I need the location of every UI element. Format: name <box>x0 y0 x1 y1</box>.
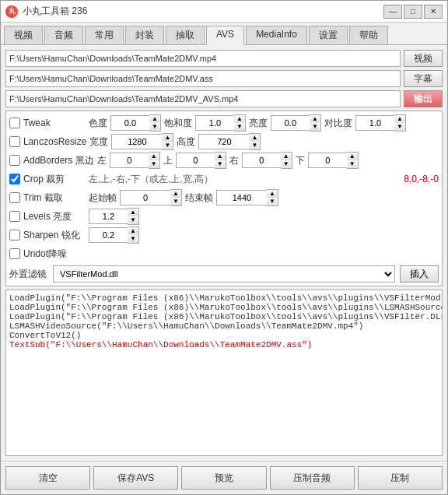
tweak-checkbox[interactable] <box>9 118 20 128</box>
start-frame-input[interactable] <box>120 190 170 205</box>
end-frame-label: 结束帧 <box>185 191 213 205</box>
crop-checkbox[interactable] <box>9 174 20 184</box>
window-title: 小丸工具箱 236 <box>23 5 87 18</box>
hue-up[interactable]: ▲ <box>149 115 160 123</box>
output-path-input[interactable] <box>5 90 401 107</box>
close-button[interactable]: ✕ <box>424 5 443 19</box>
height-label: 高度 <box>177 135 195 149</box>
right-down[interactable]: ▼ <box>281 160 292 168</box>
top-spinner: ▲ ▼ <box>176 152 226 169</box>
tab-common[interactable]: 常用 <box>85 26 124 44</box>
end-up[interactable]: ▲ <box>267 190 278 198</box>
addborders-checkbox[interactable] <box>9 155 20 166</box>
right-up[interactable]: ▲ <box>281 153 292 160</box>
contrast-up[interactable]: ▲ <box>394 115 405 123</box>
sharpen-arrows: ▲ ▼ <box>128 226 139 244</box>
minimize-button[interactable]: — <box>383 5 402 19</box>
contrast-down[interactable]: ▼ <box>394 123 405 131</box>
sharpen-checkbox[interactable] <box>9 230 20 240</box>
tab-mux[interactable]: 封装 <box>125 26 164 44</box>
end-frame-spinner: ▲ ▼ <box>216 189 278 206</box>
start-down[interactable]: ▼ <box>170 198 181 205</box>
tab-audio[interactable]: 音频 <box>44 26 83 44</box>
levels-checkbox[interactable] <box>9 211 20 222</box>
subtitle-path-input[interactable] <box>5 70 401 87</box>
sat-spinner: ▲ ▼ <box>195 114 246 132</box>
height-input[interactable] <box>198 134 249 149</box>
subtitle-file-button[interactable]: 字幕 <box>404 70 443 87</box>
output-file-row: 输出 <box>5 90 443 107</box>
bottom-down[interactable]: ▼ <box>347 160 358 168</box>
bright-input[interactable] <box>271 115 310 131</box>
hue-input[interactable] <box>110 115 149 131</box>
tab-extract[interactable]: 抽取 <box>166 26 205 44</box>
levels-up[interactable]: ▲ <box>128 209 138 216</box>
app-icon: 丸 <box>5 5 18 18</box>
plugin-select[interactable]: VSFilterMod.dll <box>53 265 395 283</box>
top-label: 上 <box>163 154 173 167</box>
tab-avs[interactable]: AVS <box>206 26 244 45</box>
preview-button[interactable]: 预览 <box>181 466 266 490</box>
top-arrows: ▲ ▼ <box>215 152 226 169</box>
clear-button[interactable]: 清空 <box>5 466 90 490</box>
tab-mediainfo[interactable]: MediaInfo <box>246 26 307 44</box>
levels-input[interactable] <box>89 209 128 224</box>
maximize-button[interactable]: □ <box>404 5 422 19</box>
script-editor[interactable]: LoadPlugin("F:\\Program Files (x86)\\Mar… <box>5 290 443 456</box>
crop-value: 8,0,-8,-0 <box>404 174 439 184</box>
top-down[interactable]: ▼ <box>215 160 226 168</box>
sharpen-down[interactable]: ▼ <box>128 235 138 243</box>
insert-button[interactable]: 插入 <box>400 265 439 283</box>
sharpen-up[interactable]: ▲ <box>128 227 138 235</box>
left-up[interactable]: ▲ <box>149 153 159 160</box>
title-bar-left: 丸 小丸工具箱 236 <box>5 5 87 18</box>
trim-checkbox[interactable] <box>9 192 20 203</box>
bright-down[interactable]: ▼ <box>310 123 320 131</box>
width-up[interactable]: ▲ <box>162 134 173 142</box>
levels-label: Levels 亮度 <box>23 210 86 223</box>
left-down[interactable]: ▼ <box>149 160 159 168</box>
bottom-input[interactable] <box>308 153 347 168</box>
sat-up[interactable]: ▲ <box>234 115 245 123</box>
end-frame-input[interactable] <box>216 190 267 205</box>
video-file-button[interactable]: 视频 <box>404 50 443 67</box>
width-down[interactable]: ▼ <box>162 142 173 149</box>
bottom-up[interactable]: ▲ <box>347 153 358 160</box>
title-bar: 丸 小丸工具箱 236 — □ ✕ <box>1 1 447 23</box>
left-input[interactable] <box>110 153 149 168</box>
bright-arrows: ▲ ▼ <box>310 114 321 132</box>
save-avs-button[interactable]: 保存AVS <box>93 466 178 490</box>
height-down[interactable]: ▼ <box>249 142 260 149</box>
plugin-row: 外置滤镜 VSFilterMod.dll 插入 <box>9 265 439 283</box>
sat-down[interactable]: ▼ <box>234 123 245 131</box>
crop-label: Crop 裁剪 <box>23 173 86 186</box>
contrast-input[interactable] <box>355 115 394 131</box>
sat-input[interactable] <box>195 115 234 131</box>
encode-audio-button[interactable]: 压制音频 <box>270 466 355 490</box>
hue-down[interactable]: ▼ <box>149 123 160 131</box>
right-spinner: ▲ ▼ <box>242 152 292 169</box>
hue-arrows: ▲ ▼ <box>149 114 161 132</box>
levels-down[interactable]: ▼ <box>128 216 138 224</box>
undot-checkbox[interactable] <box>9 248 20 259</box>
right-arrows: ▲ ▼ <box>281 152 292 169</box>
bright-up[interactable]: ▲ <box>310 115 320 123</box>
tab-help[interactable]: 帮助 <box>349 26 388 44</box>
tab-video[interactable]: 视频 <box>4 26 43 44</box>
height-arrows: ▲ ▼ <box>249 133 261 150</box>
right-input[interactable] <box>242 153 281 168</box>
video-path-input[interactable] <box>5 50 401 67</box>
end-down[interactable]: ▼ <box>267 198 278 205</box>
sharpen-input[interactable] <box>89 227 128 243</box>
encode-button[interactable]: 压制 <box>358 466 443 490</box>
top-input[interactable] <box>176 153 215 168</box>
top-up[interactable]: ▲ <box>215 153 226 160</box>
video-file-row: 视频 <box>5 50 443 67</box>
start-up[interactable]: ▲ <box>170 190 181 198</box>
lanczos-checkbox[interactable] <box>9 136 20 147</box>
tab-settings[interactable]: 设置 <box>309 26 348 44</box>
width-input[interactable] <box>111 134 162 149</box>
output-file-button[interactable]: 输出 <box>404 90 443 107</box>
height-up[interactable]: ▲ <box>249 134 260 142</box>
trim-row: Trim 截取 起始帧 ▲ ▼ 结束帧 ▲ <box>9 189 439 206</box>
